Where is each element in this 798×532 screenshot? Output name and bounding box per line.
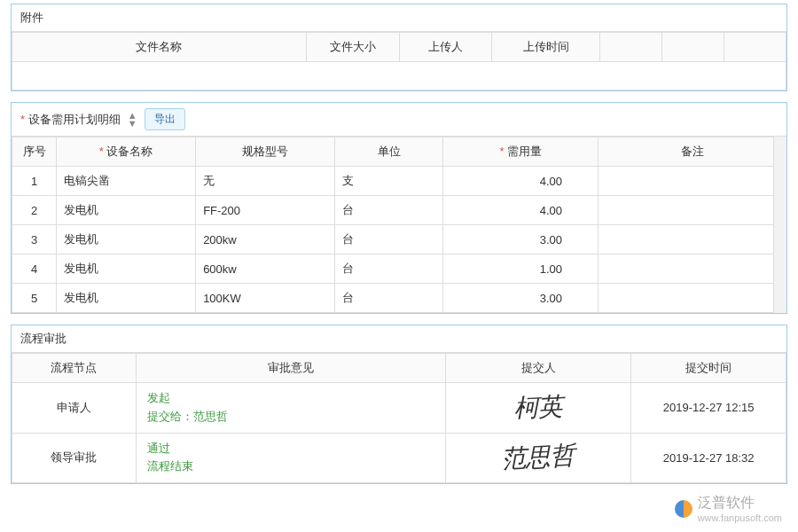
details-title: 设备需用计划明细 (20, 112, 121, 128)
cell-unit: 台 (335, 196, 443, 225)
cell-submitter: 范思哲 (445, 433, 631, 483)
cell-qty: 4.00 (443, 167, 598, 196)
col-uploader: 上传人 (399, 33, 492, 62)
details-scroll-area: 序号 设备名称 规格型号 单位 需用量 备注 1电镐尖凿无支4.002发电机FF… (12, 137, 786, 313)
cell-remark (598, 284, 786, 313)
cell-time: 2019-12-27 18:32 (631, 433, 786, 483)
cell-seq: 1 (12, 167, 57, 196)
cell-unit: 台 (335, 254, 443, 284)
cell-seq: 2 (12, 196, 57, 225)
approval-header-row: 流程节点 审批意见 提交人 提交时间 (12, 354, 786, 383)
col-remark: 备注 (598, 137, 786, 167)
col-filename: 文件名称 (12, 33, 307, 62)
cell-spec: FF-200 (196, 196, 335, 225)
cell-opinion: 通过流程结束 (136, 433, 445, 483)
cell-unit: 台 (335, 284, 443, 313)
cell-seq: 5 (12, 284, 57, 313)
cell-seq: 4 (12, 254, 57, 284)
attachments-empty-row (12, 62, 786, 90)
attachments-header-row: 文件名称 文件大小 上传人 上传时间 (12, 33, 786, 62)
col-submitter: 提交人 (445, 354, 631, 383)
attachments-table: 文件名称 文件大小 上传人 上传时间 (12, 32, 786, 90)
table-row[interactable]: 1电镐尖凿无支4.00 (12, 167, 786, 196)
col-blank-3 (724, 33, 786, 62)
cell-node: 申请人 (12, 383, 137, 434)
cell-remark (598, 225, 786, 254)
cell-remark (598, 196, 786, 225)
opinion-line2: 提交给：范思哲 (147, 408, 438, 426)
approval-title: 流程审批 (12, 325, 786, 353)
details-table: 序号 设备名称 规格型号 单位 需用量 备注 1电镐尖凿无支4.002发电机FF… (12, 137, 786, 313)
details-header-row: 序号 设备名称 规格型号 单位 需用量 备注 (12, 137, 786, 167)
col-name: 设备名称 (57, 137, 196, 167)
signature: 范思哲 (500, 439, 576, 476)
cell-unit: 台 (335, 225, 443, 254)
details-panel: 设备需用计划明细 ▲▼ 导出 序号 设备名称 规格型号 单位 需用量 备注 1电… (11, 102, 787, 314)
cell-qty: 3.00 (443, 225, 598, 254)
cell-qty: 1.00 (443, 254, 598, 284)
attachments-panel: 附件 文件名称 文件大小 上传人 上传时间 (11, 4, 787, 91)
opinion-line1: 通过 (147, 440, 438, 458)
watermark-text: 泛普软件 www.fanpusoft.com (698, 494, 782, 498)
export-button[interactable]: 导出 (145, 108, 185, 130)
cell-remark (598, 254, 786, 284)
table-row[interactable]: 2发电机FF-200台4.00 (12, 196, 786, 225)
cell-seq: 3 (12, 225, 57, 254)
cell-name: 发电机 (57, 225, 196, 254)
approval-row: 申请人发起提交给：范思哲柯英2019-12-27 12:15 (12, 383, 786, 434)
col-node: 流程节点 (12, 354, 137, 383)
col-opinion: 审批意见 (136, 354, 445, 383)
cell-remark (598, 167, 786, 196)
approval-panel: 流程审批 流程节点 审批意见 提交人 提交时间 申请人发起提交给：范思哲柯英20… (11, 325, 787, 484)
col-time: 提交时间 (631, 354, 786, 383)
cell-time: 2019-12-27 12:15 (631, 383, 786, 434)
col-blank-1 (600, 33, 662, 62)
cell-spec: 100KW (196, 284, 335, 313)
cell-unit: 支 (335, 167, 443, 196)
signature: 柯英 (512, 389, 564, 426)
attachments-title: 附件 (12, 4, 786, 32)
cell-name: 发电机 (57, 284, 196, 313)
table-row[interactable]: 4发电机600kw台1.00 (12, 254, 786, 284)
col-spec: 规格型号 (196, 137, 335, 167)
col-qty: 需用量 (443, 137, 598, 167)
col-unit: 单位 (335, 137, 443, 167)
cell-spec: 200kw (196, 225, 335, 254)
table-row[interactable]: 5发电机100KW台3.00 (12, 284, 786, 313)
cell-node: 领导审批 (12, 433, 137, 483)
cell-name: 发电机 (57, 196, 196, 225)
table-row[interactable]: 3发电机200kw台3.00 (12, 225, 786, 254)
watermark: 泛普软件 www.fanpusoft.com (675, 494, 782, 498)
col-seq: 序号 (12, 137, 57, 167)
cell-spec: 600kw (196, 254, 335, 284)
col-blank-2 (662, 33, 724, 62)
cell-qty: 4.00 (443, 196, 598, 225)
sort-icon[interactable]: ▲▼ (128, 112, 137, 128)
opinion-line2: 流程结束 (147, 458, 438, 476)
opinion-line1: 发起 (147, 389, 438, 408)
cell-spec: 无 (196, 167, 335, 196)
cell-submitter: 柯英 (445, 383, 631, 434)
col-uploadtime: 上传时间 (492, 33, 600, 62)
cell-qty: 3.00 (443, 284, 598, 313)
approval-row: 领导审批通过流程结束范思哲2019-12-27 18:32 (12, 433, 786, 483)
approval-table: 流程节点 审批意见 提交人 提交时间 申请人发起提交给：范思哲柯英2019-12… (12, 353, 786, 483)
details-toolbar: 设备需用计划明细 ▲▼ 导出 (12, 103, 786, 137)
cell-name: 发电机 (57, 254, 196, 284)
cell-name: 电镐尖凿 (57, 167, 196, 196)
col-filesize: 文件大小 (306, 33, 399, 62)
cell-opinion: 发起提交给：范思哲 (136, 383, 445, 434)
